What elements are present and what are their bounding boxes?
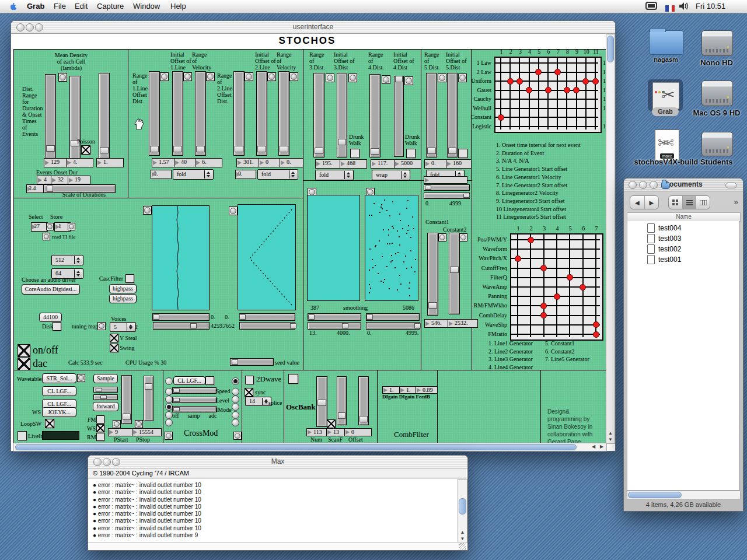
bang-button[interactable] <box>404 76 413 85</box>
bang-button[interactable] <box>348 74 357 82</box>
bang-button[interactable] <box>458 74 467 82</box>
crossmod-radio[interactable] <box>232 377 239 385</box>
file-row[interactable]: test002 <box>647 244 739 254</box>
close-button[interactable] <box>16 23 25 32</box>
h-slider[interactable] <box>239 322 295 330</box>
select-number-box[interactable]: 27 <box>31 222 48 232</box>
bang-button[interactable] <box>46 223 54 230</box>
number-box[interactable] <box>424 176 467 184</box>
num-slider[interactable] <box>316 376 327 427</box>
menu-app[interactable]: Grab <box>27 0 44 13</box>
number-box[interactable]: 2.4 <box>26 184 44 193</box>
file-row[interactable]: test004 <box>647 223 739 233</box>
range-slider[interactable] <box>313 73 324 158</box>
menu-file[interactable]: File <box>54 0 66 13</box>
h-slider[interactable] <box>366 322 420 330</box>
wavetable-button[interactable]: STR_Sol... <box>42 373 76 383</box>
desktop-icon-label[interactable]: Mac OS 9 HD <box>693 108 741 117</box>
menu-capture[interactable]: Capture <box>97 0 124 13</box>
bang-button[interactable] <box>438 233 446 242</box>
splice-dropdown[interactable]: 14 <box>245 397 271 406</box>
highpass-button[interactable]: highpass <box>109 294 137 303</box>
maxc-document-icon[interactable]: ✂ ✂ maxc <box>655 130 679 161</box>
bang-button[interactable] <box>97 322 106 330</box>
close-button[interactable] <box>93 458 102 466</box>
dac-checkbox[interactable] <box>18 358 30 370</box>
number-box[interactable]: 15554 <box>132 428 162 436</box>
cascfilter-checkbox[interactable] <box>125 274 134 283</box>
range-slider[interactable] <box>149 71 160 156</box>
crossmod-radio[interactable] <box>232 396 239 403</box>
forward-button[interactable]: ▶ <box>645 196 659 209</box>
scrollbar-thumb[interactable] <box>15 444 577 450</box>
column-view-button[interactable] <box>696 196 710 209</box>
drunk-walk-checkbox[interactable] <box>406 149 416 158</box>
offset-slider[interactable] <box>337 73 347 158</box>
bang-button[interactable] <box>143 206 152 215</box>
level-slider[interactable] <box>172 397 217 403</box>
ws-checkbox[interactable] <box>96 424 104 432</box>
bang-button[interactable] <box>233 432 242 440</box>
drunk-walk-checkbox[interactable] <box>350 149 359 158</box>
scroll-right-arrow[interactable]: ▶ <box>598 444 605 450</box>
menu-help[interactable]: Help <box>170 0 186 13</box>
scroll-up-arrow[interactable]: ▲ <box>606 430 615 436</box>
bang-button[interactable] <box>326 74 334 82</box>
folder-icon-nagasm[interactable] <box>649 30 684 55</box>
bang-button[interactable] <box>289 72 298 81</box>
number-box[interactable]: 0. <box>235 170 256 179</box>
law-matrix[interactable]: 12345678910111 Law12 Law1Uniform1Gauss1C… <box>494 57 602 133</box>
number-box[interactable]: 0 <box>344 428 372 436</box>
h-slider[interactable] <box>424 184 470 191</box>
h-slider[interactable] <box>308 322 361 330</box>
mode-dropdown[interactable]: fold <box>173 169 214 180</box>
voices-dropdown[interactable]: 5 <box>110 322 136 332</box>
hard-drive-icon[interactable] <box>701 30 733 56</box>
h-slider[interactable] <box>424 192 470 199</box>
crossmod-radio[interactable] <box>232 411 239 419</box>
range-slider[interactable] <box>233 71 245 156</box>
checkbox[interactable] <box>327 419 336 428</box>
scanf-slider[interactable] <box>337 376 347 425</box>
offset-slider[interactable] <box>256 71 267 156</box>
crossmod-radio[interactable] <box>165 419 173 426</box>
vsteal-checkbox[interactable] <box>110 334 118 342</box>
livein-checkbox[interactable] <box>18 431 27 440</box>
number-box[interactable]: 1. <box>96 158 124 167</box>
hard-drive-icon[interactable] <box>701 80 733 106</box>
number-box[interactable]: 0. <box>151 170 172 179</box>
scrollbar-thumb[interactable] <box>607 36 614 62</box>
offset-slider[interactable] <box>394 76 404 157</box>
param-matrix[interactable]: 1234567Pos/PWM/YWaveformWavPitch/XCutoff… <box>510 233 603 341</box>
number-box[interactable]: 160 <box>446 159 473 169</box>
offset-slider[interactable] <box>172 71 183 156</box>
crossmod-source-button[interactable]: CL LGF... <box>173 376 205 385</box>
sample-button[interactable]: Sample <box>93 374 118 383</box>
onoff-checkbox[interactable] <box>18 344 30 357</box>
desktop-icon-label[interactable]: Grab <box>652 107 679 116</box>
rm-checkbox[interactable] <box>96 433 104 441</box>
seed-slider[interactable] <box>230 358 274 366</box>
disk-checkbox[interactable] <box>53 322 61 331</box>
scrollbar-thumb[interactable] <box>459 498 466 514</box>
constant2-slider[interactable] <box>449 233 460 314</box>
vertical-scrollbar[interactable]: ▲ ▼ <box>458 479 467 543</box>
crossmod-radio[interactable] <box>232 388 239 396</box>
offset-slider[interactable] <box>447 73 458 158</box>
menu-edit[interactable]: Edit <box>75 0 88 13</box>
lambda-slider[interactable] <box>99 73 110 159</box>
minimize-button[interactable] <box>103 458 111 466</box>
h-slider[interactable] <box>153 322 210 330</box>
bang-button[interactable] <box>183 72 192 81</box>
minimize-button[interactable] <box>26 23 34 32</box>
documents-titlebar[interactable]: Documents <box>624 178 743 191</box>
mini-slider[interactable] <box>93 394 118 400</box>
fm-checkbox[interactable] <box>96 415 104 424</box>
bang-button[interactable] <box>135 420 143 428</box>
list-view-button[interactable] <box>683 196 697 209</box>
h-slider[interactable] <box>366 313 420 321</box>
grab-app-icon-selected[interactable]: ✂ <box>648 79 683 111</box>
poisson-checkbox[interactable] <box>81 145 90 155</box>
input-language-flag-icon[interactable] <box>665 3 675 16</box>
menu-window[interactable]: Window <box>133 0 160 13</box>
